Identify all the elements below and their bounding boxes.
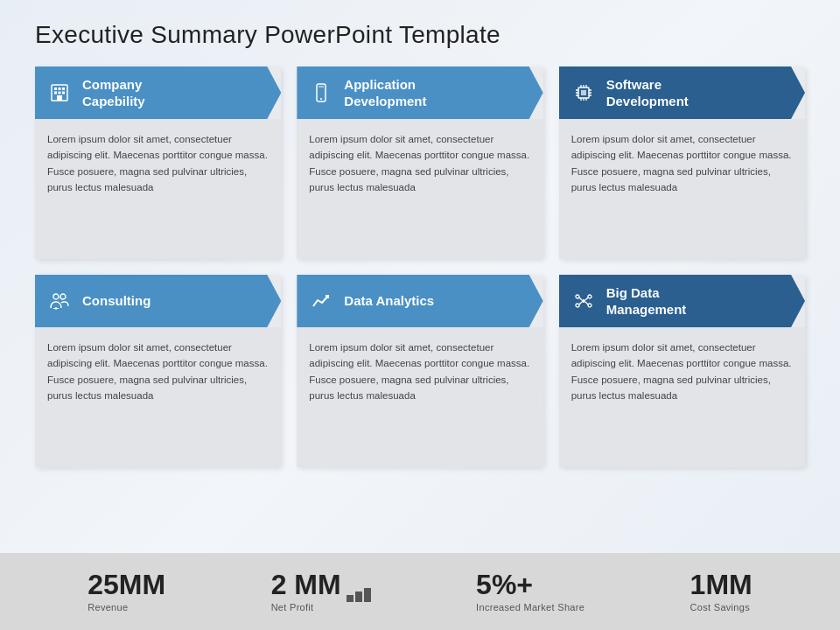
- svg-rect-12: [581, 90, 586, 95]
- nodes-icon: [570, 287, 598, 315]
- chart-icon: [307, 287, 335, 315]
- stat-net-profit-label: Net Profit: [271, 602, 314, 612]
- card-body-application-development: Lorem ipsum dolor sit amet, consectetuer…: [297, 119, 542, 259]
- svg-rect-7: [57, 95, 62, 101]
- card-company-capability: CompanyCapebility Lorem ipsum dolor sit …: [35, 66, 281, 259]
- stat-market-share-value: 5%+: [476, 570, 533, 598]
- svg-line-37: [585, 302, 588, 304]
- card-header-data-analytics: Data Analytics: [297, 275, 542, 327]
- card-title-software-development: SoftwareDevelopment: [606, 76, 689, 110]
- card-data-analytics: Data Analytics Lorem ipsum dolor sit ame…: [297, 275, 542, 467]
- svg-point-26: [60, 294, 66, 299]
- chip-icon: [570, 79, 598, 107]
- svg-point-32: [576, 304, 579, 307]
- svg-rect-5: [59, 92, 61, 94]
- svg-point-9: [320, 98, 322, 100]
- svg-rect-4: [54, 92, 57, 94]
- svg-point-33: [588, 304, 592, 307]
- stat-cost-savings: 1MM Cost Savings: [690, 570, 752, 612]
- bar-3: [364, 588, 371, 602]
- card-header-application-development: ApplicationDevelopment: [297, 66, 542, 119]
- people-icon: [46, 287, 74, 315]
- stat-net-profit-value: 2 MM: [271, 570, 341, 598]
- card-software-development: SoftwareDevelopment Lorem ipsum dolor si…: [559, 66, 805, 259]
- card-title-application-development: ApplicationDevelopment: [344, 76, 426, 110]
- card-body-software-development: Lorem ipsum dolor sit amet, consectetuer…: [559, 119, 805, 259]
- svg-point-31: [588, 295, 592, 298]
- svg-rect-6: [62, 92, 65, 94]
- card-header-big-data-management: Big DataManagement: [559, 275, 805, 327]
- stat-cost-savings-value: 1MM: [690, 570, 752, 598]
- stat-revenue: 25MM Revenue: [88, 570, 165, 612]
- bar-1: [346, 595, 354, 602]
- card-header-software-development: SoftwareDevelopment: [559, 66, 805, 119]
- card-big-data-management: Big DataManagement Lorem ipsum dolor sit…: [559, 275, 805, 467]
- card-consulting: Consulting Lorem ipsum dolor sit amet, c…: [35, 275, 281, 467]
- card-body-consulting: Lorem ipsum dolor sit amet, consectetuer…: [35, 327, 281, 467]
- stats-bar: 25MM Revenue 2 MM Net Profit 5%+ Increas…: [0, 553, 840, 630]
- stat-cost-savings-label: Cost Savings: [690, 602, 750, 612]
- svg-point-29: [582, 299, 585, 303]
- svg-rect-1: [54, 88, 57, 90]
- card-body-big-data-management: Lorem ipsum dolor sit amet, consectetuer…: [559, 327, 805, 467]
- card-body-company-capability: Lorem ipsum dolor sit amet, consectetuer…: [35, 119, 281, 259]
- stat-market-share: 5%+ Increased Market Share: [476, 570, 584, 612]
- stat-market-share-label: Increased Market Share: [476, 602, 584, 612]
- card-body-data-analytics: Lorem ipsum dolor sit amet, consectetuer…: [297, 327, 542, 467]
- svg-rect-2: [59, 88, 61, 90]
- stat-revenue-label: Revenue: [88, 602, 128, 612]
- svg-line-35: [585, 298, 588, 300]
- card-header-company-capability: CompanyCapebility: [35, 66, 281, 119]
- card-title-big-data-management: Big DataManagement: [606, 284, 687, 318]
- stat-revenue-value: 25MM: [88, 570, 165, 598]
- page-title: Executive Summary PowerPoint Template: [35, 21, 805, 49]
- main-container: Executive Summary PowerPoint Template: [0, 0, 840, 467]
- svg-point-30: [576, 295, 579, 298]
- card-title-data-analytics: Data Analytics: [344, 292, 434, 310]
- cards-grid: CompanyCapebility Lorem ipsum dolor sit …: [35, 66, 805, 467]
- svg-line-34: [579, 298, 582, 300]
- bar-2: [355, 592, 362, 602]
- card-title-consulting: Consulting: [82, 292, 150, 310]
- svg-point-25: [53, 294, 59, 299]
- stat-net-profit: 2 MM Net Profit: [271, 570, 371, 612]
- net-profit-bars: [346, 588, 371, 602]
- card-header-consulting: Consulting: [35, 275, 281, 327]
- phone-icon: [307, 79, 335, 107]
- card-application-development: ApplicationDevelopment Lorem ipsum dolor…: [297, 66, 542, 259]
- svg-rect-3: [62, 88, 65, 90]
- svg-line-36: [579, 302, 582, 304]
- building-icon: [46, 79, 74, 107]
- card-title-company-capability: CompanyCapebility: [82, 76, 145, 110]
